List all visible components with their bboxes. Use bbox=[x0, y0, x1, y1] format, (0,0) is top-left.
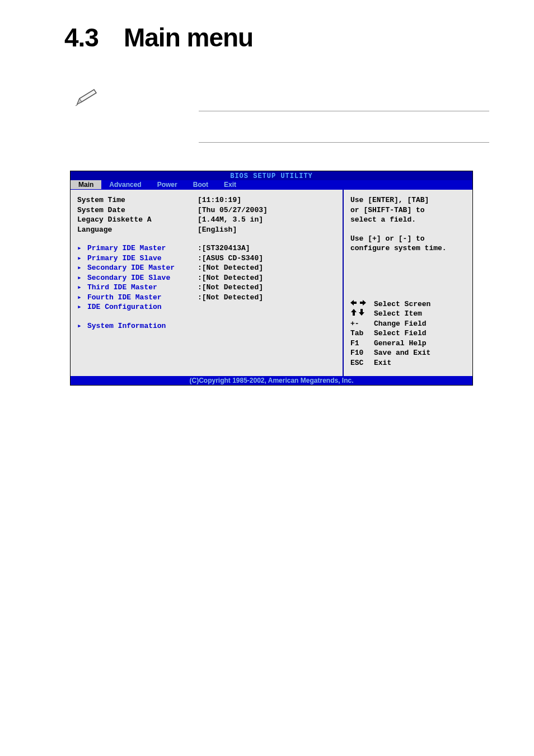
primary-ide-master-label: Primary IDE Master bbox=[87, 243, 198, 253]
bios-window: BIOS SETUP UTILITY Main Advanced Power B… bbox=[70, 171, 473, 386]
secondary-ide-master-value: :[Not Detected] bbox=[198, 263, 338, 273]
note-icon-row bbox=[0, 75, 534, 171]
help-nav-key: F10 bbox=[350, 348, 374, 358]
submenu-arrow-icon: ▸ bbox=[77, 273, 87, 283]
pencil-icon bbox=[73, 86, 101, 111]
submenu-arrow-icon: ▸ bbox=[77, 243, 87, 253]
third-ide-master-value: :[Not Detected] bbox=[198, 283, 338, 293]
menu-main[interactable]: Main bbox=[71, 180, 101, 189]
help-line: or [SHIFT-TAB] to bbox=[350, 205, 467, 215]
bios-body: System Time [11:10:19] System Date [Thu … bbox=[71, 190, 472, 376]
divider-top bbox=[199, 111, 489, 111]
submenu-arrow-icon: ▸ bbox=[77, 293, 87, 303]
help-nav-key: Tab bbox=[350, 328, 374, 339]
menu-exit[interactable]: Exit bbox=[216, 180, 244, 189]
help-nav-label: General Help bbox=[374, 339, 427, 349]
help-line: select a field. bbox=[350, 215, 467, 225]
secondary-ide-slave-label: Secondary IDE Slave bbox=[87, 273, 198, 283]
submenu-arrow-icon: ▸ bbox=[77, 253, 87, 264]
system-information-label: System Information bbox=[87, 321, 198, 331]
submenu-arrow-icon: ▸ bbox=[77, 283, 87, 293]
help-nav-key: ESC bbox=[350, 358, 374, 368]
help-nav-label: Save and Exit bbox=[374, 348, 430, 358]
submenu-arrow-icon: ▸ bbox=[77, 321, 87, 331]
help-line: Use [ENTER], [TAB] bbox=[350, 195, 467, 205]
submenu-arrow-icon: ▸ bbox=[77, 302, 87, 312]
bios-menu-bar: Main Advanced Power Boot Exit bbox=[71, 180, 472, 190]
menu-advanced[interactable]: Advanced bbox=[101, 180, 149, 189]
fourth-ide-master-value: :[Not Detected] bbox=[198, 293, 338, 303]
spacer bbox=[77, 234, 338, 243]
help-nav-label: Exit bbox=[374, 358, 391, 368]
spacer bbox=[350, 225, 467, 234]
help-nav-label: Change Field bbox=[374, 319, 427, 329]
help-nav-label: Select Screen bbox=[374, 299, 430, 309]
page-heading: 4.3 Main menu bbox=[0, 0, 534, 75]
divider-bottom bbox=[199, 142, 489, 143]
language-label: Language bbox=[77, 225, 198, 235]
primary-ide-master-value: :[ST320413A] bbox=[198, 243, 338, 253]
primary-ide-slave-label: Primary IDE Slave bbox=[87, 253, 198, 264]
field-third-ide-master[interactable]: ▸ Third IDE Master :[Not Detected] bbox=[77, 283, 338, 293]
help-save-exit: F10 Save and Exit bbox=[350, 348, 467, 358]
help-select-item: Select Item bbox=[350, 309, 467, 319]
field-language[interactable]: Language [English] bbox=[77, 225, 338, 235]
help-line: configure system time. bbox=[350, 243, 467, 253]
legacy-diskette-value[interactable]: [1.44M, 3.5 in] bbox=[198, 215, 338, 225]
secondary-ide-slave-value: :[Not Detected] bbox=[198, 273, 338, 283]
help-nav-label: Select Field bbox=[374, 328, 427, 339]
language-value[interactable]: [English] bbox=[198, 225, 338, 235]
help-nav-key: +- bbox=[350, 319, 374, 329]
menu-power[interactable]: Power bbox=[149, 180, 185, 189]
fourth-ide-master-label: Fourth IDE Master bbox=[87, 293, 198, 303]
legacy-diskette-label: Legacy Diskette A bbox=[77, 215, 198, 225]
submenu-arrow-icon: ▸ bbox=[77, 263, 87, 273]
field-secondary-ide-slave[interactable]: ▸ Secondary IDE Slave :[Not Detected] bbox=[77, 273, 338, 283]
field-primary-ide-master[interactable]: ▸ Primary IDE Master :[ST320413A] bbox=[77, 243, 338, 253]
ide-configuration-label: IDE Configuration bbox=[87, 302, 198, 312]
secondary-ide-master-label: Secondary IDE Master bbox=[87, 263, 198, 273]
menu-boot[interactable]: Boot bbox=[185, 180, 216, 189]
help-line: Use [+] or [-] to bbox=[350, 234, 467, 244]
field-ide-configuration[interactable]: ▸ IDE Configuration bbox=[77, 302, 338, 312]
system-time-label: System Time bbox=[77, 195, 198, 205]
help-change-field: +- Change Field bbox=[350, 319, 467, 329]
help-general-help: F1 General Help bbox=[350, 339, 467, 349]
help-nav-label: Select Item bbox=[374, 309, 422, 319]
help-select-screen: Select Screen bbox=[350, 299, 467, 309]
bios-help-panel: Use [ENTER], [TAB] or [SHIFT-TAB] to sel… bbox=[344, 190, 472, 376]
primary-ide-slave-value: :[ASUS CD-S340] bbox=[198, 253, 338, 264]
field-fourth-ide-master[interactable]: ▸ Fourth IDE Master :[Not Detected] bbox=[77, 293, 338, 303]
system-time-value[interactable]: [11:10:19] bbox=[198, 195, 338, 205]
field-system-information[interactable]: ▸ System Information bbox=[77, 321, 338, 331]
arrows-left-right-icon bbox=[350, 299, 374, 309]
spacer bbox=[350, 253, 467, 299]
arrows-up-down-icon bbox=[350, 309, 374, 319]
field-system-time[interactable]: System Time [11:10:19] bbox=[77, 195, 338, 205]
help-nav-key: F1 bbox=[350, 339, 374, 349]
help-select-field: Tab Select Field bbox=[350, 328, 467, 339]
bios-title: BIOS SETUP UTILITY bbox=[71, 171, 472, 180]
spacer bbox=[77, 312, 338, 321]
field-secondary-ide-master[interactable]: ▸ Secondary IDE Master :[Not Detected] bbox=[77, 263, 338, 273]
third-ide-master-label: Third IDE Master bbox=[87, 283, 198, 293]
bios-footer: (C)Copyright 1985-2002, American Megatre… bbox=[71, 376, 472, 385]
system-date-label: System Date bbox=[77, 205, 198, 215]
field-system-date[interactable]: System Date [Thu 05/27/2003] bbox=[77, 205, 338, 215]
system-date-value[interactable]: [Thu 05/27/2003] bbox=[198, 205, 338, 215]
field-primary-ide-slave[interactable]: ▸ Primary IDE Slave :[ASUS CD-S340] bbox=[77, 253, 338, 264]
bios-left-panel: System Time [11:10:19] System Date [Thu … bbox=[71, 190, 344, 376]
field-legacy-diskette[interactable]: Legacy Diskette A [1.44M, 3.5 in] bbox=[77, 215, 338, 225]
help-exit: ESC Exit bbox=[350, 358, 467, 368]
